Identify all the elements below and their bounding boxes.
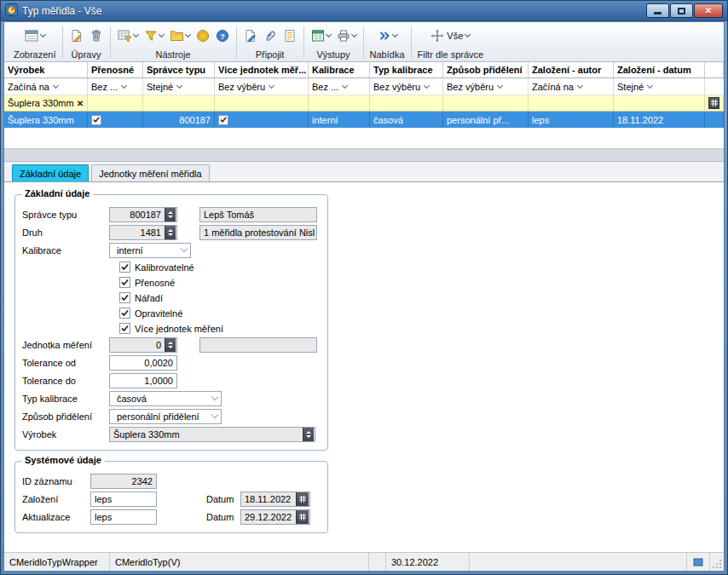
- checkbox-prenosne[interactable]: Přenosné: [119, 277, 175, 288]
- status-panel-icon[interactable]: [686, 553, 710, 571]
- filter-operator-typ-kalibrace[interactable]: Bez výběru: [370, 78, 443, 95]
- calendar-button[interactable]: [296, 510, 309, 524]
- druh-input[interactable]: 1481: [109, 225, 177, 240]
- cell-typ-kalibrace[interactable]: časová: [370, 112, 443, 128]
- tolerance-do-input[interactable]: 1,0000: [109, 373, 177, 388]
- filter-manager-select[interactable]: Vše: [430, 28, 471, 43]
- zalozeni-autor-field[interactable]: leps: [90, 492, 157, 507]
- tab-zakladni-udaje[interactable]: Základní údaje: [12, 164, 89, 181]
- grid-filter-button[interactable]: [117, 28, 139, 43]
- currency-button[interactable]: [195, 28, 211, 43]
- minimize-button[interactable]: [646, 3, 669, 18]
- filter-input-kalibrace[interactable]: [309, 95, 370, 111]
- zpusob-prideleni-select[interactable]: personální přidělení: [109, 409, 222, 424]
- cell-vyrobek[interactable]: Šuplera 330mm: [4, 112, 88, 128]
- filter-input-vice-jednotek[interactable]: [215, 95, 309, 111]
- filter-input-zpusob-prideleni[interactable]: [443, 95, 529, 111]
- filter-input-vyrobek[interactable]: Šuplera 330mm✕: [4, 95, 88, 111]
- tolerance-od-input[interactable]: 0,0020: [109, 355, 177, 371]
- checkbox-checked-icon[interactable]: [91, 115, 101, 125]
- column-header-vice-jednotek[interactable]: Více jednotek měř...: [215, 62, 309, 78]
- operator-label: Bez výběru: [218, 82, 265, 92]
- zalozeni-datum-field[interactable]: 18.11.2022: [240, 492, 310, 507]
- cell-zpusob-prideleni[interactable]: personální př...: [443, 112, 529, 128]
- filter-operator-spravce-typu[interactable]: Stejné: [143, 78, 215, 95]
- filter-input-zalozeni-datum[interactable]: [614, 95, 705, 111]
- spinner-button[interactable]: [165, 338, 176, 352]
- checkbox-kalibrovatelne[interactable]: Kalibrovatelné: [119, 262, 194, 273]
- tab-jednotky-mereni[interactable]: Jednotky měření měřidla: [91, 164, 209, 181]
- column-header-zalozeni-datum[interactable]: Založení - datum: [614, 62, 705, 78]
- filter-button[interactable]: [143, 28, 165, 43]
- svg-text:?: ?: [220, 32, 225, 41]
- typ-kalibrace-select[interactable]: časová: [109, 391, 222, 406]
- jednotka-mereni-input[interactable]: 0: [109, 337, 177, 353]
- spravce-typu-name-field[interactable]: Lepš Tomáš: [199, 207, 317, 222]
- checkbox-checked-icon[interactable]: [119, 308, 130, 319]
- column-header-vyrobek[interactable]: Výrobek: [4, 62, 88, 78]
- jednotka-mereni-name-field[interactable]: [199, 337, 317, 353]
- checkbox-checked-icon[interactable]: [119, 292, 130, 303]
- filter-input-zalozeni-autor[interactable]: [529, 95, 614, 111]
- filter-input-prenosne[interactable]: [88, 95, 143, 111]
- cell-prenosne[interactable]: [88, 112, 143, 128]
- menu-button[interactable]: [377, 28, 398, 43]
- export-excel-button[interactable]: [310, 28, 332, 43]
- filter-input-spravce-typu[interactable]: [143, 95, 215, 111]
- checkbox-opravitelne[interactable]: Opravitelné: [119, 308, 182, 319]
- titlebar[interactable]: Typ měřidla - Vše ✕: [1, 1, 727, 21]
- zobrazeni-button[interactable]: [24, 28, 46, 43]
- filter-operator-vyrobek[interactable]: Začíná na: [4, 78, 88, 95]
- column-header-prenosne[interactable]: Přenosné: [88, 62, 143, 78]
- filter-row-menu-button[interactable]: [708, 97, 719, 109]
- filter-input-typ-kalibrace[interactable]: [370, 95, 443, 111]
- notes-button[interactable]: [282, 28, 298, 43]
- calendar-button[interactable]: [296, 492, 309, 506]
- cell-zalozeni-autor[interactable]: leps: [529, 112, 614, 128]
- vyrobek-input[interactable]: Šuplera 330mm: [109, 427, 315, 442]
- column-header-zpusob-prideleni[interactable]: Způsob přidělení: [443, 62, 529, 78]
- cell-zalozeni-datum[interactable]: 18.11.2022: [614, 112, 705, 128]
- checkbox-naradi[interactable]: Nářadí: [119, 292, 163, 303]
- column-header-typ-kalibrace[interactable]: Typ kalibrace: [370, 62, 443, 78]
- cell-spravce-typu[interactable]: 800187: [143, 112, 215, 128]
- print-button[interactable]: [336, 28, 357, 43]
- kalibrace-select[interactable]: interní: [109, 243, 191, 258]
- splitter[interactable]: [4, 148, 724, 162]
- attach-button[interactable]: [263, 28, 278, 43]
- aktualizace-autor-field[interactable]: leps: [90, 509, 157, 525]
- help-button[interactable]: ?: [215, 28, 230, 43]
- filter-operator-zpusob-prideleni[interactable]: Bez výběru: [443, 78, 529, 95]
- checkbox-checked-icon[interactable]: [119, 323, 130, 334]
- filter-operator-zalozeni-datum[interactable]: Stejné: [614, 78, 705, 95]
- close-button[interactable]: ✕: [694, 3, 723, 18]
- spinner-button[interactable]: [165, 208, 176, 221]
- column-header-spravce-typu[interactable]: Správce typu: [143, 62, 215, 78]
- checkbox-checked-icon[interactable]: [119, 262, 130, 273]
- edit-button[interactable]: [69, 28, 84, 43]
- filter-operator-prenosne[interactable]: Bez ...: [88, 78, 143, 95]
- field-value: 1,0000: [110, 376, 176, 386]
- open-folder-button[interactable]: [169, 28, 191, 43]
- delete-button[interactable]: [89, 28, 104, 43]
- druh-name-field[interactable]: 1 měřidla protestování Nisl: [199, 225, 317, 240]
- filter-operator-zalozeni-autor[interactable]: Začíná na: [529, 78, 614, 95]
- aktualizace-datum-field[interactable]: 29.12.2022: [240, 509, 310, 525]
- checkbox-checked-icon[interactable]: [218, 115, 228, 125]
- filter-operator-vice-jednotek[interactable]: Bez výběru: [215, 78, 309, 95]
- checkbox-vice-jednotek[interactable]: Více jednotek měření: [119, 323, 223, 334]
- spinner-button[interactable]: [165, 226, 176, 239]
- spravce-typu-input[interactable]: 800187: [109, 207, 177, 222]
- cell-kalibrace[interactable]: interní: [309, 112, 370, 128]
- cell-vice-jednotek[interactable]: [215, 112, 309, 128]
- maximize-button[interactable]: [670, 3, 693, 18]
- column-header-zalozeni-autor[interactable]: Založení - autor: [529, 62, 614, 78]
- lookup-button[interactable]: [303, 428, 314, 441]
- clear-filter-icon[interactable]: ✕: [74, 99, 84, 108]
- checkbox-checked-icon[interactable]: [119, 277, 130, 288]
- resize-grip[interactable]: [710, 553, 724, 571]
- filter-operator-kalibrace[interactable]: Bez ...: [309, 78, 370, 95]
- table-row[interactable]: Šuplera 330mm 800187 interní časová pers…: [4, 112, 724, 128]
- column-header-kalibrace[interactable]: Kalibrace: [309, 62, 370, 78]
- attach-document-button[interactable]: [243, 28, 258, 43]
